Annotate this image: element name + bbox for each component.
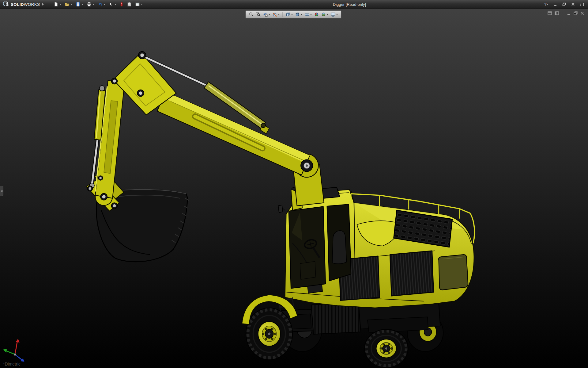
previous-view-icon bbox=[263, 12, 268, 17]
minimize-icon bbox=[553, 2, 557, 6]
section-view-icon bbox=[273, 12, 277, 17]
dropdown-caret bbox=[115, 4, 116, 5]
chevron-right-icon bbox=[42, 3, 44, 6]
file-properties-button[interactable] bbox=[126, 1, 133, 8]
dropdown-caret bbox=[301, 14, 303, 15]
doc-minimize-button[interactable] bbox=[567, 11, 571, 15]
help-icon: ? bbox=[544, 2, 546, 7]
zoom-to-fit-icon bbox=[249, 12, 254, 17]
collapse-panel-icon bbox=[1, 190, 2, 192]
dropdown-caret bbox=[327, 14, 329, 15]
app-close-button[interactable] bbox=[570, 1, 576, 7]
app-minimize-button[interactable] bbox=[552, 1, 558, 7]
file-properties-icon bbox=[127, 2, 132, 7]
dropdown-caret bbox=[59, 4, 61, 5]
display-style-icon bbox=[295, 12, 300, 17]
dropdown-caret bbox=[291, 14, 293, 15]
window-controls: ? bbox=[543, 1, 588, 7]
dropdown-caret bbox=[81, 4, 83, 5]
minimize-icon bbox=[567, 11, 571, 15]
options-icon bbox=[135, 2, 140, 7]
hud-display-style-button[interactable] bbox=[295, 12, 303, 17]
view-orientation-label: *Dimetric bbox=[3, 362, 21, 366]
view-settings-icon bbox=[331, 12, 336, 17]
toolbar-separator bbox=[283, 12, 283, 17]
doc-single-pane-button[interactable] bbox=[555, 11, 559, 15]
dropdown-caret bbox=[269, 14, 270, 15]
app-restore-button[interactable] bbox=[561, 1, 567, 7]
select-button[interactable] bbox=[108, 1, 117, 8]
document-window-controls bbox=[548, 11, 584, 15]
feature-panel-collapse-handle[interactable] bbox=[0, 186, 3, 196]
close-icon bbox=[571, 2, 575, 6]
brand-text: SOLIDWORKS bbox=[11, 2, 40, 7]
open-icon bbox=[65, 2, 70, 7]
hud-view-settings-button[interactable] bbox=[330, 12, 339, 17]
print-button[interactable] bbox=[86, 1, 95, 8]
new-document-icon bbox=[54, 2, 58, 7]
hud-edit-appearance-button[interactable] bbox=[314, 12, 320, 17]
hud-section-view-button[interactable] bbox=[272, 12, 281, 17]
rear-panel[interactable] bbox=[439, 255, 468, 290]
doc-restore-button[interactable] bbox=[574, 11, 578, 15]
apply-scene-icon bbox=[321, 12, 326, 17]
doc-split-pane-button[interactable] bbox=[548, 11, 552, 15]
split-pane-icon bbox=[548, 11, 552, 15]
undo-button[interactable] bbox=[97, 1, 106, 8]
heads-up-view-toolbar bbox=[246, 10, 341, 18]
print-icon bbox=[87, 2, 92, 7]
titlebar: SOLIDWORKS bbox=[0, 0, 588, 9]
fullscreen-toggle-icon bbox=[580, 2, 584, 6]
dropdown-caret bbox=[141, 4, 143, 5]
undo-icon bbox=[98, 2, 103, 7]
hud-apply-scene-button[interactable] bbox=[321, 12, 329, 17]
fullscreen-toggle-button[interactable] bbox=[579, 1, 585, 7]
hud-hide-show-items-button[interactable] bbox=[304, 12, 313, 17]
dropdown-caret bbox=[92, 4, 94, 5]
restore-icon bbox=[562, 2, 566, 6]
edit-appearance-icon bbox=[314, 12, 319, 17]
graphics-viewport[interactable] bbox=[0, 0, 588, 368]
hud-previous-view-button[interactable] bbox=[262, 12, 271, 17]
single-pane-icon bbox=[555, 11, 559, 15]
select-cursor-icon bbox=[109, 2, 114, 7]
ds-logo bbox=[2, 1, 9, 8]
hide-show-items-icon bbox=[305, 12, 310, 17]
standard-toolbar bbox=[53, 0, 144, 9]
zoom-to-area-icon bbox=[256, 12, 261, 17]
dropdown-caret bbox=[310, 14, 312, 15]
window-title: Digger [Read-only] bbox=[333, 0, 366, 9]
menu-flyout-arrow[interactable] bbox=[41, 1, 45, 7]
dropdown-caret bbox=[547, 4, 548, 5]
dropdown-caret bbox=[104, 4, 105, 5]
wheel-front-left[interactable] bbox=[246, 308, 292, 360]
save-icon bbox=[76, 2, 81, 7]
view-orientation-icon bbox=[286, 12, 291, 17]
doc-close-button[interactable] bbox=[580, 11, 584, 15]
dropdown-caret bbox=[336, 14, 338, 15]
help-button[interactable]: ? bbox=[543, 1, 549, 7]
console bbox=[300, 261, 316, 279]
operator-seat[interactable] bbox=[332, 231, 347, 264]
dropdown-caret bbox=[278, 14, 280, 15]
restore-icon bbox=[574, 11, 578, 15]
options-button[interactable] bbox=[134, 1, 144, 8]
hud-zoom-to-fit-button[interactable] bbox=[248, 12, 254, 17]
rebuild-icon bbox=[120, 2, 123, 7]
hud-zoom-to-area-button[interactable] bbox=[255, 12, 262, 17]
open-button[interactable] bbox=[64, 1, 73, 8]
save-button[interactable] bbox=[75, 1, 84, 8]
hud-view-orientation-button[interactable] bbox=[285, 12, 294, 17]
close-icon bbox=[580, 11, 584, 15]
rebuild-button[interactable] bbox=[119, 1, 124, 8]
solidworks-logo[interactable]: SOLIDWORKS bbox=[0, 0, 41, 9]
wheel-rear-left[interactable] bbox=[364, 329, 408, 368]
new-document-button[interactable] bbox=[53, 1, 62, 8]
dropdown-caret bbox=[70, 4, 72, 5]
